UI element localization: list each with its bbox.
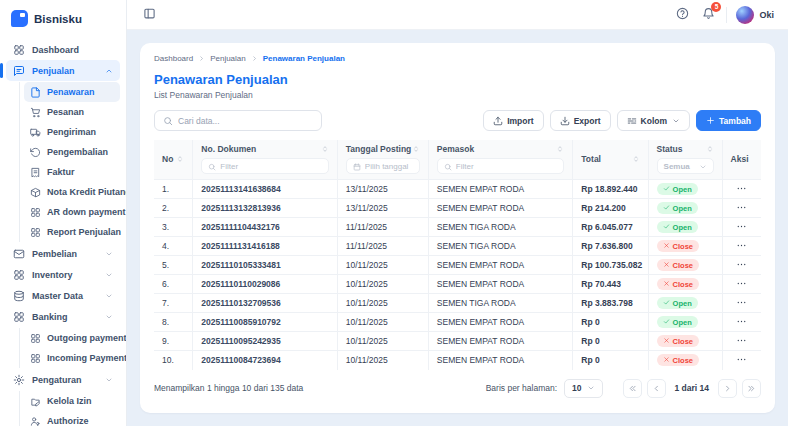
sidebar-toggle-button[interactable] (141, 5, 158, 25)
sidebar-item-label: Penjualan (32, 66, 75, 76)
cell-total: Rp 18.892.440 (573, 180, 648, 199)
topbar-right: 5 Oki (674, 5, 774, 25)
table-row: 7.2025111013270953610/11/2025SEMEN TIGA … (154, 294, 761, 313)
cart-icon (30, 107, 41, 118)
last-page-button[interactable] (742, 379, 761, 398)
sidebar-item-inventory[interactable]: Inventory (6, 264, 120, 285)
filter-status[interactable]: Semua (657, 158, 714, 174)
cell-aksi (722, 180, 761, 199)
columns-icon (627, 116, 637, 126)
sidebar-item-faktur[interactable]: Faktur (24, 162, 120, 182)
breadcrumb-item-penjualan[interactable]: Penjualan (210, 54, 246, 63)
cell-aksi (722, 237, 761, 256)
status-badge: Open (657, 183, 698, 195)
next-page-button[interactable] (718, 379, 737, 398)
status-badge: Close (657, 335, 699, 347)
kolom-button[interactable]: Kolom (617, 110, 690, 131)
brand[interactable]: Bisnisku (0, 6, 126, 37)
box-icon (30, 187, 41, 198)
row-actions-button[interactable] (736, 296, 747, 311)
truck-icon (30, 127, 41, 138)
notifications-button[interactable]: 5 (700, 5, 717, 25)
first-page-button[interactable] (623, 379, 642, 398)
grid-icon (13, 311, 25, 323)
sidebar-item-pembelian[interactable]: Pembelian (6, 243, 120, 264)
sidebar-sublist-pengaturan: Kelola IzinAuthorize (19, 391, 120, 426)
sidebar-item-outgoing-payment[interactable]: Outgoing payment (24, 328, 120, 348)
help-button[interactable] (674, 5, 691, 25)
topbar-divider (726, 7, 727, 23)
sidebar-item-incoming-payment[interactable]: Incoming Payment (24, 348, 120, 368)
breadcrumb-item-dashboard[interactable]: Dashboard (154, 54, 193, 63)
filter-input-dokumen[interactable] (220, 162, 321, 171)
grid-icon (30, 207, 41, 218)
row-actions-button[interactable] (736, 315, 747, 330)
rows-per-page-select[interactable]: 10 (564, 379, 602, 398)
status-badge: Open (657, 316, 698, 328)
breadcrumb-separator-icon (251, 55, 258, 62)
user-name: Oki (759, 10, 774, 20)
sort-icon[interactable] (412, 145, 420, 153)
cell-tanggal: 13/11/2025 (337, 180, 428, 199)
cell-pemasok: SEMEN EMPAT RODA (428, 275, 572, 294)
table-row: 4.2025111113141618811/11/2025SEMEN TIGA … (154, 237, 761, 256)
export-button[interactable]: Export (550, 110, 611, 131)
cell-tanggal: 10/11/2025 (337, 294, 428, 313)
sidebar-item-banking[interactable]: Banking (6, 306, 120, 327)
row-actions-button[interactable] (736, 182, 747, 197)
row-actions-button[interactable] (736, 277, 747, 292)
filter-pemasok (437, 158, 564, 174)
sidebar-item-report-penjualan[interactable]: Report Penjualan (24, 222, 120, 242)
col-header-no: No (154, 140, 193, 180)
sort-icon[interactable] (706, 145, 714, 153)
filter-input-tanggal[interactable] (365, 162, 413, 171)
check-icon (663, 318, 670, 327)
sort-icon[interactable] (632, 155, 640, 163)
filter-input-pemasok[interactable] (456, 162, 557, 171)
sidebar-item-pengaturan[interactable]: Pengaturan (6, 369, 120, 390)
row-actions-button[interactable] (736, 239, 747, 254)
sidebar-item-ar-down-payment[interactable]: AR down payment (24, 202, 120, 222)
user-key-icon (30, 416, 41, 426)
row-actions-button[interactable] (736, 220, 747, 235)
row-actions-button[interactable] (736, 334, 747, 349)
search-box (154, 110, 322, 131)
breadcrumb-item-penawaran-penjualan[interactable]: Penawaran Penjualan (263, 54, 345, 63)
sidebar-item-penawaran[interactable]: Penawaran (24, 82, 120, 102)
sidebar-item-dashboard[interactable]: Dashboard (6, 39, 120, 60)
sort-icon[interactable] (556, 145, 564, 153)
sidebar-item-pengembalian[interactable]: Pengembalian (24, 142, 120, 162)
import-button[interactable]: Import (483, 110, 543, 131)
cell-dokumen: 20251113141638684 (193, 180, 337, 199)
sidebar-item-label: Dashboard (32, 45, 79, 55)
user-menu[interactable]: Oki (736, 6, 774, 24)
sort-icon[interactable] (176, 155, 184, 163)
prev-page-button[interactable] (647, 379, 666, 398)
sidebar-item-master-data[interactable]: Master Data (6, 285, 120, 306)
table-row: 10.2025111008472369410/11/2025SEMEN EMPA… (154, 351, 761, 370)
row-actions-button[interactable] (736, 258, 747, 273)
cell-total: Rp 70.443 (573, 275, 648, 294)
cell-pemasok: SEMEN EMPAT RODA (428, 256, 572, 275)
cell-dokumen: 20251110132709536 (193, 294, 337, 313)
sidebar-item-kelola-izin[interactable]: Kelola Izin (24, 391, 120, 411)
row-actions-button[interactable] (736, 353, 747, 368)
cell-status: Open (648, 313, 722, 332)
sidebar-item-pesanan[interactable]: Pesanan (24, 102, 120, 122)
table-row: 1.2025111314163868413/11/2025SEMEN EMPAT… (154, 180, 761, 199)
sidebar-item-pengiriman[interactable]: Pengiriman (24, 122, 120, 142)
col-header-total: Total (573, 140, 648, 180)
row-actions-button[interactable] (736, 201, 747, 216)
status-badge: Close (657, 240, 699, 252)
cell-status: Close (648, 275, 722, 294)
sidebar-item-penjualan[interactable]: Penjualan (6, 60, 120, 81)
sort-icon[interactable] (321, 145, 329, 153)
sidebar-item-label: Penawaran (47, 87, 95, 97)
search-input[interactable] (178, 116, 313, 126)
sidebar-item-nota-kredit-piutang[interactable]: Nota Kredit Piutang (24, 182, 120, 202)
cell-aksi (722, 313, 761, 332)
sidebar-item-authorize[interactable]: Authorize (24, 411, 120, 426)
tambah-button[interactable]: Tambah (696, 110, 761, 131)
cell-dokumen: 20251110105333481 (193, 256, 337, 275)
cell-status: Close (648, 237, 722, 256)
